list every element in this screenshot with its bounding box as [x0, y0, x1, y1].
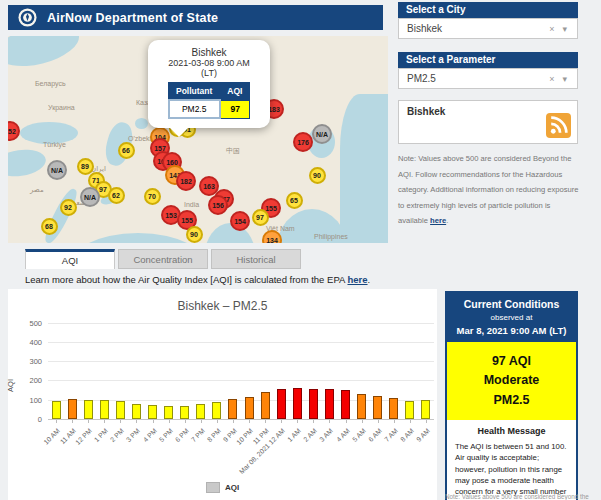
clear-icon[interactable]: ×	[545, 24, 558, 34]
aqi-map-marker[interactable]: 156	[208, 195, 228, 215]
y-axis-tick: 400	[14, 338, 42, 347]
aqi-map-marker[interactable]: 182	[176, 171, 196, 191]
map-country-label: Philippines	[314, 233, 348, 240]
gridline	[48, 323, 434, 324]
x-axis-tick	[120, 420, 121, 423]
current-pollutant: PM2.5	[451, 391, 572, 410]
chart-bar[interactable]	[228, 399, 237, 419]
map-country-label: 中国	[226, 146, 240, 156]
water-shape	[8, 147, 48, 180]
aqi-map-marker[interactable]: 89	[77, 158, 94, 175]
aqi-map-marker[interactable]: 154	[230, 211, 250, 231]
aqi-map-marker[interactable]: 176	[293, 132, 313, 152]
beyond-aqi-note: Note: Values above 500 are considered Be…	[445, 493, 595, 500]
parameter-select[interactable]: PM2.5 × ▾	[398, 68, 578, 89]
chart-bar[interactable]	[277, 389, 286, 419]
gridline	[48, 380, 434, 381]
aqi-map-marker[interactable]: 92	[60, 199, 77, 216]
chart-bar[interactable]	[100, 400, 109, 419]
health-message-title: Health Message	[455, 426, 568, 436]
aqi-map-marker[interactable]: 90	[186, 226, 203, 243]
aqi-map-marker[interactable]: N/A	[47, 160, 67, 180]
tab-aqi[interactable]: AQI	[25, 249, 115, 269]
x-axis-tick	[265, 420, 266, 423]
chart-bar[interactable]	[84, 400, 93, 419]
current-conditions-header: Current Conditions observed at Mar 8, 20…	[447, 293, 576, 342]
x-axis-tick	[297, 420, 298, 423]
chart-bar[interactable]	[68, 399, 77, 419]
legend-label: AQI	[225, 483, 239, 492]
gridline	[48, 342, 434, 343]
city-select[interactable]: Bishkek × ▾	[398, 18, 578, 39]
tab-bar: AQI Concentration Historical	[25, 249, 301, 269]
chart-bar[interactable]	[132, 404, 141, 419]
chart-bar[interactable]	[325, 389, 334, 419]
x-axis-tick	[249, 420, 250, 423]
x-axis-tick	[426, 420, 427, 423]
chart-legend[interactable]: AQI	[8, 482, 437, 493]
chart-bar[interactable]	[405, 401, 414, 419]
map-country-label: Украина	[48, 104, 75, 111]
aqi-map-marker[interactable]: 66	[118, 142, 135, 159]
aqi-map-marker[interactable]: 62	[108, 187, 125, 204]
y-axis-tick: 100	[14, 396, 42, 405]
x-axis-tick	[329, 420, 330, 423]
y-axis-tick: 500	[14, 319, 42, 328]
chart-bar[interactable]	[389, 398, 398, 419]
chart-bar[interactable]	[293, 388, 302, 419]
chart-bar[interactable]	[180, 406, 189, 419]
map-popup: Bishkek 2021-03-08 9:00 AM (LT) Pollutan…	[148, 40, 270, 128]
chart-bar[interactable]	[421, 400, 430, 419]
epa-info-suffix: .	[368, 274, 371, 285]
gridline	[48, 361, 434, 362]
aqi-map-marker[interactable]: N/A	[80, 187, 100, 207]
chart-bar[interactable]	[52, 401, 61, 419]
rss-icon[interactable]	[546, 113, 571, 138]
chart-bar[interactable]	[212, 402, 221, 419]
chart-bar[interactable]	[357, 394, 366, 419]
current-conditions-title: Current Conditions	[450, 298, 573, 310]
chart-bar[interactable]	[148, 405, 157, 419]
current-aqi-block: 97 AQI Moderate PM2.5	[447, 342, 576, 420]
aqi-map-marker[interactable]: N/A	[312, 124, 332, 144]
app-header: AirNow Department of State	[8, 5, 383, 30]
map-country-label: مصر	[30, 186, 44, 194]
aqi-map-marker[interactable]: 134	[262, 230, 282, 243]
aqi-map-marker[interactable]: 97	[252, 209, 269, 226]
aqi-map-marker[interactable]: 68	[41, 218, 58, 235]
aqi-map-marker[interactable]: 152	[8, 121, 20, 141]
aqi-map-marker[interactable]: 90	[309, 167, 326, 184]
popup-col-pollutant: Pollutant	[169, 83, 220, 101]
x-axis-tick	[394, 420, 395, 423]
aqi-map-marker[interactable]: 65	[286, 192, 303, 209]
current-aqi-value: 97 AQI	[451, 352, 572, 371]
gridline	[48, 419, 434, 420]
chevron-down-icon[interactable]: ▾	[558, 24, 571, 34]
clear-icon[interactable]: ×	[545, 74, 558, 84]
health-message-text: The AQI is between 51 and 100. Air quali…	[455, 441, 568, 500]
chart-bar[interactable]	[116, 401, 125, 419]
chart-bar[interactable]	[164, 406, 173, 419]
epa-info-link[interactable]: here	[347, 274, 367, 285]
chart-bar[interactable]	[341, 390, 350, 419]
tab-historical[interactable]: Historical	[211, 249, 301, 269]
sidebar-note-link[interactable]: here	[430, 216, 446, 225]
chart-bar[interactable]	[196, 404, 205, 419]
aqi-map-marker[interactable]: 70	[144, 188, 161, 205]
select-parameter-header: Select a Parameter	[398, 52, 578, 68]
chart-bar[interactable]	[309, 389, 318, 419]
y-axis-tick: 200	[14, 376, 42, 385]
aqi-world-map[interactable]: БеларусьУкраинаКазахстанTürkiyeO'zbekist…	[8, 36, 388, 243]
chart-bar[interactable]	[261, 392, 270, 419]
y-axis-tick: 0	[14, 415, 42, 424]
tab-concentration[interactable]: Concentration	[118, 249, 208, 269]
popup-table: Pollutant AQI PM2.5 97	[168, 82, 251, 119]
chart-bar[interactable]	[373, 396, 382, 419]
observed-datetime: Mar 8, 2021 9:00 AM (LT)	[450, 325, 573, 336]
chart-bar[interactable]	[245, 397, 254, 419]
x-axis-tick	[88, 420, 89, 423]
health-message-section: Health Message The AQI is between 51 and…	[447, 420, 576, 500]
chevron-down-icon[interactable]: ▾	[558, 74, 571, 84]
parameter-select-value: PM2.5	[407, 73, 545, 84]
epa-info-line: Learn more about how the Air Quality Ind…	[25, 274, 370, 285]
